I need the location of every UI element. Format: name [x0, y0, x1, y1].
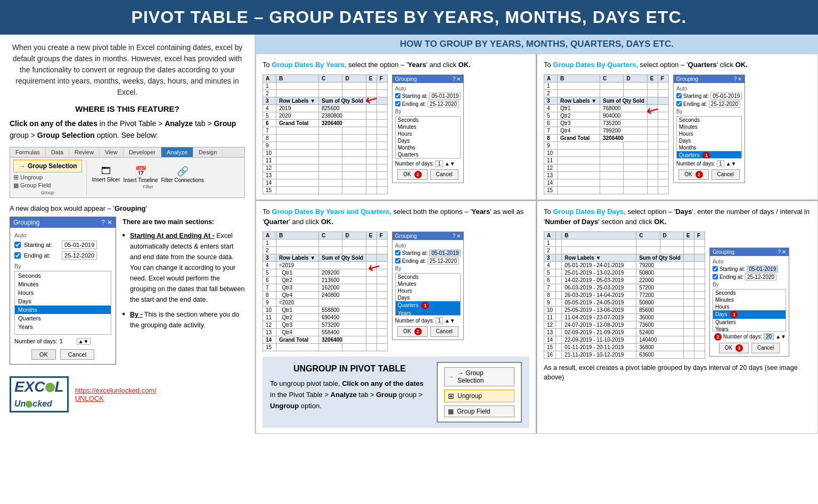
- by-item-days[interactable]: Days: [15, 297, 111, 305]
- ok-button[interactable]: OK: [31, 349, 56, 360]
- days-spinner[interactable]: ▲▼: [775, 334, 786, 340]
- ungroup-ungroup-btn[interactable]: ⊞ Ungroup: [444, 390, 514, 402]
- years-by-minutes[interactable]: Minutes: [396, 123, 461, 130]
- days-by-minutes[interactable]: Minutes: [713, 296, 786, 303]
- by-item-months[interactable]: Months: [15, 305, 111, 314]
- yq-start-check[interactable]: [395, 250, 400, 255]
- starting-at-checkbox[interactable]: [14, 242, 21, 248]
- dialog-help-icon[interactable]: ?: [101, 219, 105, 226]
- group-field-button[interactable]: ▦ Group Field: [13, 182, 82, 189]
- ungroup-group-selection-btn[interactable]: → → Group Selection: [444, 367, 514, 386]
- qtrs-end-check[interactable]: [676, 101, 682, 106]
- years-dialog-help[interactable]: ?: [453, 76, 456, 82]
- num-days-value[interactable]: 1: [60, 338, 75, 344]
- days-table: ABCDEF 1 2 3Row Labels ▼Sum of Qty Sold …: [544, 232, 705, 359]
- group-field-icon: ▦: [13, 182, 19, 189]
- yq-cancel-btn[interactable]: Cancel: [430, 326, 459, 337]
- years-ok-btn[interactable]: OK 2: [397, 169, 427, 180]
- tab-design[interactable]: Design: [193, 147, 223, 157]
- qtrs-by-quarters[interactable]: Quarters 1: [677, 151, 742, 159]
- group-selection-button[interactable]: → Group Selection: [13, 160, 82, 172]
- days-by-seconds[interactable]: Seconds: [713, 290, 786, 296]
- qtrs-spinner[interactable]: ▲▼: [726, 161, 737, 167]
- years-start-check[interactable]: [395, 93, 400, 98]
- quarters-by-listbox[interactable]: Seconds Minutes Hours Days Months Quarte…: [676, 116, 742, 159]
- by-item-years[interactable]: Years: [15, 323, 111, 331]
- by-item-seconds[interactable]: Seconds: [15, 271, 111, 280]
- by-item-quarters[interactable]: Quarters: [15, 314, 111, 323]
- years-quarters-desc: To Group Dates By Years and Quarters, se…: [263, 206, 529, 227]
- tab-data[interactable]: Data: [46, 147, 69, 157]
- qtrs-by-months[interactable]: Months: [677, 144, 742, 151]
- starting-at-value[interactable]: 05-01-2019: [62, 241, 97, 249]
- cancel-button[interactable]: Cancel: [60, 349, 94, 360]
- quarters-dialog-close[interactable]: ✕: [738, 76, 742, 82]
- qtrs-by-seconds[interactable]: Seconds: [677, 117, 742, 123]
- days-by-hours[interactable]: Hours: [713, 303, 786, 310]
- quarters-dialog-help[interactable]: ?: [734, 76, 737, 82]
- years-by-quarters[interactable]: Quarters: [396, 151, 461, 158]
- ungroup-button[interactable]: ⊞ Ungroup: [13, 173, 82, 181]
- tab-formulas[interactable]: Formulas: [10, 147, 46, 157]
- qtrs-start-check[interactable]: [676, 93, 682, 98]
- days-close[interactable]: ✕: [782, 249, 786, 255]
- quarters-desc: To Group Dates By Quarters, select optio…: [544, 60, 811, 70]
- years-by-seconds[interactable]: Seconds: [396, 117, 461, 123]
- ending-at-value[interactable]: 25-12-2020: [62, 251, 97, 260]
- years-by-months[interactable]: Months: [396, 144, 461, 151]
- ending-at-checkbox[interactable]: [14, 252, 21, 259]
- days-ok-btn[interactable]: OK 3: [719, 343, 749, 353]
- yq-help[interactable]: ?: [453, 233, 456, 239]
- yq-close[interactable]: ✕: [456, 233, 461, 239]
- years-by-listbox[interactable]: Seconds Minutes Hours Days Months Quarte…: [395, 116, 461, 159]
- days-end-check[interactable]: [713, 274, 718, 279]
- yq-ok-btn[interactable]: OK 2: [397, 326, 427, 337]
- tab-developer[interactable]: Developer: [124, 147, 161, 157]
- by-item-minutes[interactable]: Minutes: [15, 280, 111, 288]
- days-start-check[interactable]: [713, 266, 718, 271]
- num-days-label: Number of days:: [14, 338, 58, 344]
- qtrs-by-minutes[interactable]: Minutes: [677, 123, 742, 130]
- yq-by-days[interactable]: Days: [396, 294, 461, 301]
- filter-connections-icon: 🔗: [177, 166, 189, 177]
- years-by-days[interactable]: Days: [396, 137, 461, 144]
- days-by-listbox[interactable]: Seconds Minutes Hours Days 1 Quarters Ye…: [713, 289, 786, 332]
- by-listbox[interactable]: Seconds Minutes Hours Days Months Quarte…: [14, 271, 111, 335]
- qtrs-cancel-btn[interactable]: Cancel: [711, 169, 740, 180]
- days-cancel-btn[interactable]: Cancel: [751, 343, 780, 353]
- days-by-years[interactable]: Years: [713, 326, 786, 332]
- tab-view[interactable]: View: [100, 147, 124, 157]
- num-days-spinner[interactable]: ▲▼: [77, 338, 91, 345]
- yq-by-years[interactable]: Years: [396, 310, 461, 316]
- yq-by-minutes[interactable]: Minutes: [396, 280, 461, 287]
- tab-review[interactable]: Review: [69, 147, 100, 157]
- years-end-val: 25-12-2020: [428, 101, 459, 108]
- years-by-hours[interactable]: Hours: [396, 130, 461, 137]
- days-by-days[interactable]: Days 1: [713, 310, 786, 319]
- years-dialog-close[interactable]: ✕: [456, 76, 461, 82]
- years-num-days-val: 1: [436, 160, 443, 167]
- yq-spinner[interactable]: ▲▼: [445, 318, 455, 324]
- yq-by-listbox[interactable]: Seconds Minutes Hours Days Quarters 1 Ye…: [395, 273, 461, 316]
- years-end-check[interactable]: [395, 101, 400, 106]
- days-by-quarters[interactable]: Quarters: [713, 319, 786, 326]
- yq-by-hours[interactable]: Hours: [396, 287, 461, 294]
- qtrs-by-days[interactable]: Days: [677, 137, 742, 144]
- by-item-hours[interactable]: Hours: [15, 288, 111, 297]
- years-grouping-dialog: Grouping ?✕ Auto Starting at: 05-01-2019: [392, 75, 464, 183]
- tab-analyze[interactable]: Analyze: [161, 147, 193, 157]
- logo-unlock[interactable]: UNLOCK: [75, 394, 157, 402]
- yq-by-seconds[interactable]: Seconds: [396, 274, 461, 280]
- logo-url[interactable]: https://excelunlocked.com/: [75, 386, 157, 394]
- qtrs-ok-btn[interactable]: OK 2: [678, 169, 708, 180]
- years-num-days-spinner[interactable]: ▲▼: [445, 161, 455, 167]
- yq-by-quarters[interactable]: Quarters 1: [396, 301, 461, 310]
- years-cancel-btn[interactable]: Cancel: [430, 169, 459, 180]
- ungroup-group-field-btn[interactable]: ▦ Group Field: [444, 406, 514, 417]
- qtrs-by-hours[interactable]: Hours: [677, 130, 742, 137]
- days-help[interactable]: ?: [778, 249, 781, 255]
- dialog-close-icon[interactable]: ✕: [107, 219, 112, 226]
- years-by-years[interactable]: Years 1: [396, 158, 461, 159]
- yq-end-check[interactable]: [395, 258, 400, 263]
- group-selection-label: Group Selection: [28, 162, 77, 170]
